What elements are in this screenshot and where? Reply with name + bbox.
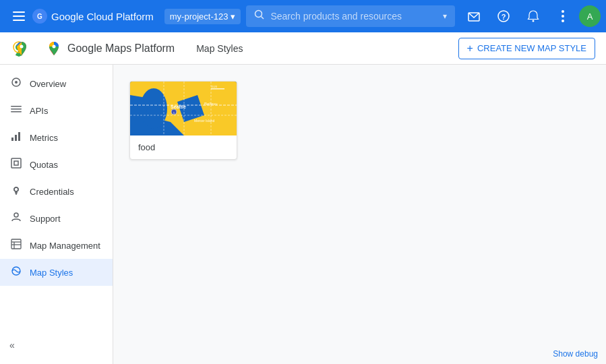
svg-rect-52	[211, 88, 224, 90]
avatar[interactable]: A	[579, 5, 601, 27]
sidebar-item-support[interactable]: Support	[0, 205, 113, 232]
svg-text:1520: 1520	[211, 85, 218, 88]
svg-point-18	[53, 44, 56, 48]
bottom-bar: Show debug	[545, 344, 606, 364]
svg-text:Bellevu: Bellevu	[204, 102, 218, 106]
svg-rect-32	[11, 239, 21, 249]
sub-header: Google Maps Platform Map Styles + CREATE…	[0, 32, 606, 65]
svg-rect-21	[11, 106, 22, 107]
svg-rect-24	[11, 138, 13, 141]
sidebar-label-map-styles: Map Styles	[30, 268, 73, 278]
svg-rect-27	[11, 158, 21, 168]
svg-line-6	[262, 17, 264, 20]
sidebar-item-metrics[interactable]: Metrics	[0, 124, 113, 151]
top-header: G Google Cloud Platform my-project-123 ▾…	[0, 0, 606, 32]
content-area: Seattle Bellevu Mercer Island 5 1520 foo…	[113, 65, 606, 364]
sidebar-label-apis: APIs	[30, 106, 48, 116]
svg-point-31	[14, 213, 18, 217]
sub-header-title: Google Maps Platform	[67, 42, 175, 55]
svg-point-20	[15, 81, 18, 84]
svg-point-30	[14, 187, 18, 191]
maps-logo	[11, 40, 30, 57]
map-styles-icon	[11, 266, 22, 279]
search-input[interactable]	[270, 11, 443, 22]
map-style-card[interactable]: Seattle Bellevu Mercer Island 5 1520 foo…	[129, 81, 237, 160]
nav-map-styles[interactable]: Map Styles	[191, 40, 248, 57]
google-maps-icon	[46, 40, 62, 57]
sidebar-label-quotas: Quotas	[30, 160, 58, 170]
sidebar-item-map-management[interactable]: Map Management	[0, 232, 113, 259]
svg-text:?: ?	[502, 13, 506, 21]
svg-rect-22	[11, 109, 22, 110]
header-logo: G Google Cloud Platform	[32, 9, 154, 24]
search-dropdown-icon: ▾	[443, 11, 447, 21]
search-bar[interactable]: ▾	[246, 5, 455, 27]
svg-rect-25	[15, 135, 17, 141]
show-debug-button[interactable]: Show debug	[553, 349, 598, 359]
svg-rect-28	[14, 161, 18, 165]
svg-text:G: G	[37, 13, 42, 20]
maps-logo-icon	[13, 40, 30, 57]
svg-rect-2	[13, 20, 25, 21]
credentials-icon	[11, 185, 22, 198]
svg-rect-23	[11, 111, 22, 113]
svg-rect-1	[13, 16, 25, 17]
svg-rect-0	[13, 11, 25, 13]
sidebar-item-quotas[interactable]: Quotas	[0, 151, 113, 178]
sidebar-label-map-management: Map Management	[30, 241, 100, 251]
sidebar-item-map-styles[interactable]: Map Styles	[0, 259, 113, 286]
sidebar-label-metrics: Metrics	[30, 133, 58, 143]
project-name: my-project-123	[170, 11, 229, 22]
metrics-icon	[11, 131, 22, 144]
map-management-icon	[11, 239, 22, 252]
sub-header-nav: Map Styles	[191, 40, 458, 57]
quotas-icon	[11, 158, 22, 171]
notifications-icon-button[interactable]	[520, 3, 547, 30]
header-actions: ? A	[460, 3, 601, 30]
svg-point-12	[562, 15, 564, 18]
sidebar: OverviewAPIsMetricsQuotasCredentialsSupp…	[0, 65, 113, 364]
hamburger-menu-icon[interactable]	[5, 3, 32, 30]
project-selector[interactable]: my-project-123 ▾	[164, 9, 241, 24]
main-layout: OverviewAPIsMetricsQuotasCredentialsSupp…	[0, 65, 606, 364]
sidebar-item-overview[interactable]: Overview	[0, 70, 113, 97]
svg-text:Mercer Island: Mercer Island	[194, 119, 215, 123]
svg-point-5	[255, 11, 262, 18]
header-title: Google Cloud Platform	[51, 11, 154, 22]
sidebar-item-apis[interactable]: APIs	[0, 97, 113, 124]
sidebar-item-credentials[interactable]: Credentials	[0, 178, 113, 205]
svg-point-13	[562, 20, 564, 22]
email-icon-button[interactable]	[460, 3, 487, 30]
create-btn-label: CREATE NEW MAP STYLE	[477, 43, 586, 53]
search-icon	[254, 9, 265, 23]
svg-point-10	[533, 20, 535, 22]
help-icon-button[interactable]: ?	[490, 3, 517, 30]
sidebar-label-overview: Overview	[30, 79, 66, 89]
svg-point-11	[562, 10, 564, 13]
sidebar-label-support: Support	[30, 214, 61, 224]
map-style-label: food	[130, 135, 237, 159]
svg-text:Seattle: Seattle	[171, 104, 186, 109]
map-thumbnail-svg: Seattle Bellevu Mercer Island 5 1520	[130, 82, 237, 135]
create-new-map-style-button[interactable]: + CREATE NEW MAP STYLE	[458, 38, 595, 59]
project-dropdown-icon: ▾	[231, 11, 235, 22]
more-options-icon-button[interactable]	[549, 3, 576, 30]
sidebar-collapse-button[interactable]: «	[9, 340, 15, 351]
support-icon	[11, 212, 22, 225]
map-thumbnail: Seattle Bellevu Mercer Island 5 1520	[130, 82, 237, 135]
overview-icon	[11, 77, 22, 90]
apis-icon	[11, 104, 22, 117]
svg-point-17	[20, 44, 24, 48]
svg-rect-26	[18, 132, 20, 141]
create-icon: +	[467, 42, 473, 55]
sidebar-label-credentials: Credentials	[30, 187, 74, 197]
